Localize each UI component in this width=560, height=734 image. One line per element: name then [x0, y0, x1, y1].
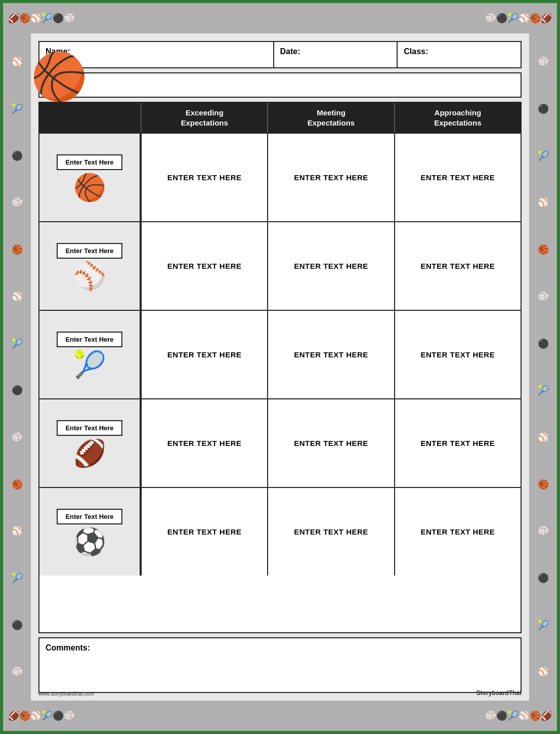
row-label-text-3: Enter Text Here — [65, 336, 113, 343]
border-icon: 🏈 — [541, 13, 552, 24]
border-icon: ⚫ — [53, 710, 64, 721]
border-icon: ⚫ — [496, 710, 507, 721]
row-label-btn-2[interactable]: Enter Text Here — [57, 243, 122, 259]
row-label-cell-2: Enter Text Here ⚾ — [39, 222, 141, 310]
cell-text-4-3: ENTER TEXT HERE — [420, 439, 495, 447]
row-label-btn-1[interactable]: Enter Text Here — [57, 154, 122, 170]
side-icon: ⚾ — [12, 291, 23, 302]
rubric-cell-2-1[interactable]: ENTER TEXT HERE — [141, 222, 267, 310]
footer-left-text: www.storyboardthat.com — [38, 691, 94, 697]
row-label-cell-3: Enter Text Here 🎾 — [39, 311, 141, 398]
side-icon: 🎾 — [538, 620, 549, 631]
side-icon: 🏐 — [538, 291, 549, 302]
row-label-text-5: Enter Text Here — [65, 513, 113, 520]
side-icon: ⚾ — [538, 197, 549, 208]
border-icon: 🏐 — [64, 710, 75, 721]
border-icon: ⚫ — [53, 13, 64, 24]
border-right: 🏐 ⚫ 🎾 ⚾ 🏀 🏐 ⚫ 🎾 ⚾ 🏀 🏐 ⚫ 🎾 ⚾ — [529, 33, 557, 701]
border-icon: 🏈 — [8, 13, 19, 24]
cell-text-4-2: ENTER TEXT HERE — [294, 439, 368, 447]
cell-text-2-1: ENTER TEXT HERE — [167, 262, 242, 270]
rubric-row-3: Enter Text Here 🎾 ENTER TEXT HERE ENTER … — [39, 310, 521, 398]
date-field[interactable]: Date: — [274, 42, 398, 67]
border-icon: ⚫ — [496, 13, 507, 24]
border-icon: 🏐 — [64, 13, 75, 24]
rubric-cell-4-1[interactable]: ENTER TEXT HERE — [141, 399, 267, 487]
cell-text-2-3: ENTER TEXT HERE — [420, 262, 495, 270]
rubric-cell-4-2[interactable]: ENTER TEXT HERE — [267, 399, 394, 487]
cell-text-4-1: ENTER TEXT HERE — [167, 439, 242, 447]
side-icon: ⚾ — [12, 56, 23, 67]
side-icon: ⚫ — [12, 150, 23, 161]
football-icon: 🏈 — [73, 440, 106, 466]
side-icon: ⚾ — [12, 525, 23, 537]
side-icon: 🏐 — [12, 197, 23, 208]
cell-text-2-2: ENTER TEXT HERE — [294, 262, 368, 270]
basketball-icon: 🏀 — [73, 174, 106, 200]
cell-text-5-1: ENTER TEXT HERE — [167, 527, 242, 536]
rubric-cell-1-3[interactable]: ENTER TEXT HERE — [394, 134, 521, 221]
rubric-cell-5-1[interactable]: ENTER TEXT HERE — [141, 488, 267, 576]
border-bottom: 🏈 🏀 ⚾ 🎾 ⚫ 🏐 🏐 ⚫ 🎾 ⚾ 🏀 🏈 — [3, 701, 557, 731]
rubric-cell-1-1[interactable]: ENTER TEXT HERE — [141, 134, 267, 221]
cell-text-1-1: ENTER TEXT HERE — [167, 173, 242, 182]
side-icon: ⚾ — [538, 666, 549, 677]
comments-row[interactable]: Comments: — [38, 637, 522, 693]
side-icon: ⚫ — [538, 103, 549, 114]
border-icon: 🏀 — [19, 710, 30, 721]
border-icon: 🏐 — [485, 710, 496, 721]
class-field[interactable]: Class: — [398, 42, 521, 67]
row-label-header — [39, 103, 141, 133]
footer-right-text: StoryboardThat — [477, 689, 522, 697]
row-label-cell-5: Enter Text Here ⚽ — [39, 488, 141, 576]
topic-label: Topic: — [46, 78, 69, 87]
rubric-cell-4-3[interactable]: ENTER TEXT HERE — [394, 399, 521, 487]
name-field[interactable]: Name: — [39, 42, 274, 67]
header-fields: Name: Date: Class: — [38, 41, 522, 68]
side-icon: 🏐 — [538, 525, 549, 537]
border-icon: 🎾 — [507, 13, 519, 24]
side-icon: ⚫ — [538, 573, 549, 584]
row-label-cell-4: Enter Text Here 🏈 — [39, 399, 141, 487]
rubric-cell-3-2[interactable]: ENTER TEXT HERE — [267, 311, 394, 398]
rubric-cell-1-2[interactable]: ENTER TEXT HERE — [267, 134, 394, 221]
rubric-cell-5-3[interactable]: ENTER TEXT HERE — [394, 488, 521, 576]
border-icon: 🏀 — [19, 13, 30, 24]
footer-left: www.storyboardthat.com — [38, 691, 94, 697]
col-header-exceeding: ExceedingExpectations — [141, 103, 267, 133]
side-icon: 🎾 — [538, 385, 549, 396]
rubric-header: ExceedingExpectations MeetingExpectation… — [39, 103, 521, 133]
border-icon: 🎾 — [41, 710, 53, 721]
cell-text-3-2: ENTER TEXT HERE — [294, 350, 368, 359]
side-icon: ⚫ — [12, 620, 23, 631]
name-label: Name: — [46, 47, 70, 56]
comments-label: Comments: — [46, 643, 90, 652]
rubric-cell-2-3[interactable]: ENTER TEXT HERE — [394, 222, 521, 310]
rubric-cell-2-2[interactable]: ENTER TEXT HERE — [267, 222, 394, 310]
cell-text-1-2: ENTER TEXT HERE — [294, 173, 368, 182]
row-label-btn-5[interactable]: Enter Text Here — [57, 509, 122, 524]
rubric-cell-3-1[interactable]: ENTER TEXT HERE — [141, 311, 267, 398]
rubric-row-1: Enter Text Here 🏀 ENTER TEXT HERE ENTER … — [39, 133, 521, 221]
col-header-meeting: MeetingExpectations — [267, 103, 394, 133]
col-header-approaching: ApproachingExpectations — [394, 103, 521, 133]
side-icon: 🎾 — [12, 338, 23, 349]
rubric-cell-5-2[interactable]: ENTER TEXT HERE — [267, 488, 394, 576]
side-icon: 🏐 — [538, 56, 549, 67]
border-icon: ⚾ — [30, 710, 41, 721]
border-icon: ⚾ — [30, 13, 41, 24]
footer-right: StoryboardThat — [477, 689, 522, 697]
cell-text-1-3: ENTER TEXT HERE — [420, 173, 495, 182]
border-left: ⚾ 🎾 ⚫ 🏐 🏀 ⚾ 🎾 ⚫ 🏐 🏀 ⚾ 🎾 ⚫ 🏐 — [3, 33, 31, 701]
border-top: 🏈 🏀 ⚾ 🎾 ⚫ 🏐 🏐 ⚫ 🎾 ⚾ 🏀 🏈 — [3, 3, 557, 33]
side-icon: 🏐 — [12, 666, 23, 677]
row-label-text-1: Enter Text Here — [65, 158, 113, 166]
side-icon: 🎾 — [12, 103, 23, 114]
rubric-cell-3-3[interactable]: ENTER TEXT HERE — [394, 311, 521, 398]
row-label-btn-4[interactable]: Enter Text Here — [57, 420, 122, 436]
soccer-icon: ⚽ — [73, 528, 106, 555]
side-icon: ⚫ — [538, 338, 549, 349]
border-icon: 🏀 — [530, 13, 541, 24]
row-label-btn-3[interactable]: Enter Text Here — [57, 332, 122, 347]
topic-row[interactable]: Topic: — [38, 72, 522, 98]
